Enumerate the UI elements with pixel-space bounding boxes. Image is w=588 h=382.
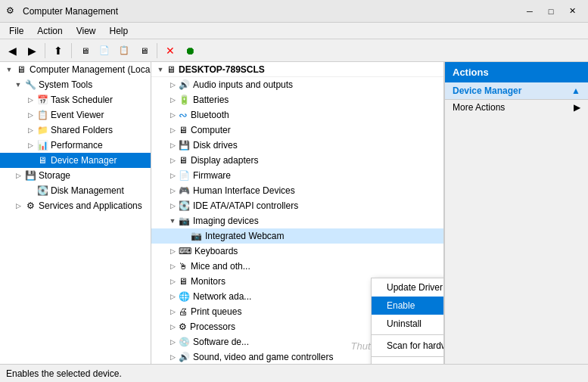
performance-icon: 📊 [36, 139, 48, 151]
device-bluetooth[interactable]: ▷ ∾ Bluetooth [151, 107, 443, 123]
toolbar-btn-4[interactable]: 📋 [115, 42, 133, 60]
close-button[interactable]: ✕ [562, 4, 582, 19]
expand-icon: ▷ [12, 202, 24, 210]
computer-icon: 🖥 [166, 64, 176, 75]
shared-folders-icon: 📁 [36, 124, 48, 136]
tree-item-device-manager[interactable]: 🖥 Device Manager [0, 153, 151, 168]
back-button[interactable]: ◀ [3, 42, 21, 60]
computer-dev-icon: 🖥 [179, 125, 188, 135]
expand-icon: ▷ [24, 141, 36, 149]
expand-bluetooth: ▷ [166, 111, 179, 119]
more-actions-arrow: ▶ [574, 102, 580, 113]
menu-help[interactable]: Help [104, 24, 135, 38]
device-display[interactable]: ▷ 🖥 Display adapters [151, 153, 443, 168]
up-button[interactable]: ⬆ [49, 42, 67, 60]
device-disk-drives[interactable]: ▷ 💾 Disk drives [151, 138, 443, 153]
expand-display: ▷ [166, 157, 179, 164]
run-button[interactable]: ⏺ [181, 42, 199, 60]
toolbar-separator-3 [157, 43, 157, 58]
tree-item-storage[interactable]: ▷ 💾 Storage [0, 168, 151, 183]
device-batteries[interactable]: ▷ 🔋 Batteries [151, 92, 443, 107]
toolbar-btn-3[interactable]: 📄 [95, 42, 114, 60]
sub-action-more[interactable]: More Actions ▶ [445, 100, 588, 115]
display-icon: 🖥 [179, 155, 188, 166]
main-layout: ▼ 🖥 Computer Management (Local) ▼ 🔧 Syst… [0, 62, 588, 364]
disk-icon: 💾 [179, 140, 190, 151]
menu-view[interactable]: View [70, 24, 102, 38]
tree-label-event-viewer: Event Viewer [51, 110, 104, 120]
primary-action-arrow: ▲ [571, 85, 580, 96]
context-enable[interactable]: Enable [372, 297, 444, 315]
context-menu: Update Driver Software... Enable Uninsta… [371, 278, 444, 364]
show-hide-button[interactable]: 🖥 [76, 42, 94, 60]
delete-button[interactable]: ✕ [161, 42, 179, 60]
device-computer[interactable]: ▷ 🖥 Computer [151, 123, 443, 138]
batteries-icon: 🔋 [179, 95, 190, 105]
device-mice[interactable]: ▷ 🖱 Mice and oth... [151, 259, 443, 274]
left-panel: ▼ 🖥 Computer Management (Local) ▼ 🔧 Syst… [0, 62, 151, 364]
primary-action-device-manager[interactable]: Device Manager ▲ [445, 82, 588, 100]
sound-label: Sound, video and game controllers [193, 352, 333, 362]
audio-label: Audio inputs and outputs [193, 79, 293, 90]
context-uninstall[interactable]: Uninstall [372, 315, 444, 333]
device-imaging[interactable]: ▼ 📷 Imaging devices [151, 213, 443, 228]
minimize-button[interactable]: ─ [520, 4, 540, 19]
expand-icon: ▷ [24, 126, 36, 134]
expand-hid: ▷ [166, 187, 179, 194]
services-icon: ⚙ [24, 200, 36, 212]
task-scheduler-icon: 📅 [36, 94, 48, 106]
keyboards-label: Keyboards [194, 246, 238, 256]
monitors-label: Monitors [191, 276, 226, 287]
processors-label: Processors [190, 321, 235, 332]
mice-label: Mice and oth... [191, 261, 250, 272]
expand-keyboards: ▷ [166, 247, 179, 255]
actions-header: Actions [445, 62, 588, 82]
device-webcam[interactable]: 📷 Integrated Webcam [151, 228, 443, 244]
device-root[interactable]: ▼ 🖥 DESKTOP-789SCLS [151, 62, 443, 77]
context-scan-hardware[interactable]: Scan for hardware changes [372, 337, 444, 355]
more-actions-label: More Actions [453, 102, 505, 113]
root-icon: 🖥 [15, 64, 27, 76]
update-driver-label: Update Driver Software... [387, 282, 444, 293]
tree-item-system-tools[interactable]: ▼ 🔧 System Tools [0, 77, 151, 92]
tree-item-task-scheduler[interactable]: ▷ 📅 Task Scheduler [0, 92, 151, 107]
forward-button[interactable]: ▶ [23, 42, 41, 60]
network-label: Network ada... [193, 291, 251, 302]
tree-item-performance[interactable]: ▷ 📊 Performance [0, 138, 151, 153]
tree-label-shared-folders: Shared Folders [51, 125, 113, 135]
tree-item-disk-management[interactable]: 💽 Disk Management [0, 183, 151, 198]
menu-action[interactable]: Action [31, 24, 68, 38]
device-firmware[interactable]: ▷ 📄 Firmware [151, 168, 443, 183]
expand-software: ▷ [166, 338, 179, 346]
device-audio[interactable]: ▷ 🔊 Audio inputs and outputs [151, 77, 443, 92]
toolbar-btn-5[interactable]: 🖥 [135, 42, 153, 60]
device-ide[interactable]: ▷ 💽 IDE ATA/ATAPI controllers [151, 198, 443, 213]
processors-icon: ⚙ [179, 321, 187, 332]
context-update-driver[interactable]: Update Driver Software... [372, 278, 444, 297]
sound-icon: 🔊 [179, 352, 190, 362]
tree-item-services-apps[interactable]: ▷ ⚙ Services and Applications [0, 198, 151, 213]
tree-item-root[interactable]: ▼ 🖥 Computer Management (Local) [0, 62, 151, 77]
app-icon: ⚙ [6, 5, 18, 17]
menu-bar: File Action View Help [0, 23, 588, 39]
expand-icon: ▼ [3, 66, 15, 73]
menu-file[interactable]: File [3, 24, 30, 38]
keyboard-icon: ⌨ [179, 246, 191, 256]
tree-item-event-viewer[interactable]: ▷ 📋 Event Viewer [0, 107, 151, 123]
maximize-button[interactable]: □ [541, 4, 561, 19]
root-expand: ▼ [154, 66, 166, 73]
expand-ide: ▷ [166, 202, 179, 210]
tree-item-shared-folders[interactable]: ▷ 📁 Shared Folders [0, 123, 151, 138]
tree-label-device-manager: Device Manager [51, 155, 117, 166]
context-separator-1 [372, 334, 444, 335]
context-properties[interactable]: Properties [372, 359, 444, 364]
expand-icon: ▼ [12, 81, 24, 89]
event-viewer-icon: 📋 [36, 109, 48, 121]
toolbar-separator-1 [45, 43, 45, 58]
system-tools-icon: 🔧 [24, 79, 36, 91]
monitors-icon: 🖥 [179, 276, 188, 287]
device-hid[interactable]: ▷ 🎮 Human Interface Devices [151, 183, 443, 198]
expand-firmware: ▷ [166, 172, 179, 179]
device-keyboards[interactable]: ▷ ⌨ Keyboards [151, 244, 443, 259]
print-icon: 🖨 [179, 306, 188, 317]
